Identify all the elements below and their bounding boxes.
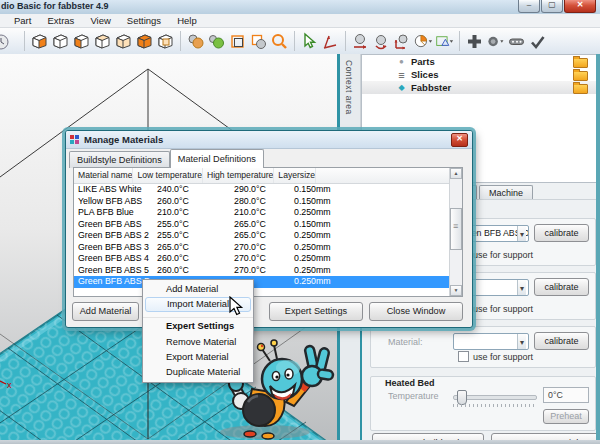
context-menu-item[interactable]: Expert Settings: [143, 317, 253, 335]
add-part-sphere-icon[interactable]: [207, 32, 226, 51]
material-dropdown[interactable]: [453, 333, 529, 350]
apply-icon[interactable]: [528, 32, 547, 51]
view-cube-2-icon[interactable]: [51, 32, 70, 51]
calibrate-button[interactable]: calibrate: [534, 224, 589, 242]
temperature-slider[interactable]: [453, 395, 537, 400]
window-title: dio Basic for fabbster 4.9: [1, 1, 109, 11]
cell-high-temperature: 265.0°C: [230, 230, 290, 242]
dialog-close-button[interactable]: ✕: [451, 133, 468, 147]
cell-high-temperature: 290.0°C: [230, 184, 290, 196]
calibrate-button[interactable]: calibrate: [534, 332, 589, 350]
view-cube-6-icon[interactable]: [135, 32, 154, 51]
cell-layersize: 0.150mm: [290, 219, 462, 231]
maximize-button[interactable]: ▢: [541, 0, 563, 13]
scroll-up-arrow[interactable]: ▲: [450, 168, 462, 179]
tree-row[interactable]: Parts: [362, 55, 596, 68]
table-row[interactable]: Yellow BFB ABS 260.0°C 280.0°C 0.150mm: [74, 196, 462, 208]
view-cube-7-icon[interactable]: [156, 32, 175, 51]
folder-icon[interactable]: [573, 58, 588, 68]
rotate-part-icon[interactable]: [372, 32, 391, 51]
dialog-titlebar[interactable]: Manage Materials ✕: [66, 131, 472, 149]
view-cube-3-icon[interactable]: [72, 32, 91, 51]
cell-layersize: 0.250mm: [290, 230, 462, 242]
parts-pair-icon[interactable]: [186, 32, 205, 51]
table-row[interactable]: Green BFB ABS 5 260.0°C 270.0°C 0.250mm: [74, 265, 462, 277]
measure-icon[interactable]: [507, 32, 526, 51]
cell-low-temperature: 210.0°C: [153, 207, 230, 219]
menu-item[interactable]: Help: [169, 15, 205, 26]
wireframe-cube-icon[interactable]: [228, 32, 247, 51]
materials-context-menu: Add MaterialImport MaterialExpert Settin…: [142, 279, 254, 383]
temperature-value-field[interactable]: 0°C: [543, 387, 589, 403]
dialog-tab[interactable]: Material Definitions: [170, 149, 264, 168]
cell-high-temperature: 210.0°C: [230, 207, 290, 219]
table-row[interactable]: Green BFB ABS 4 260.0°C 270.0°C 0.250mm: [74, 253, 462, 265]
disc-icon[interactable]: [486, 32, 505, 51]
menu-item[interactable]: View: [82, 15, 118, 26]
dialog-tab[interactable]: Buildstyle Definitions: [69, 151, 170, 168]
use-for-support-checkbox[interactable]: [458, 351, 469, 362]
use-for-support-label: use for support: [473, 250, 533, 260]
close-button[interactable]: ✕: [564, 0, 596, 13]
table-scrollbar[interactable]: ▲ ▼: [449, 168, 462, 296]
context-menu-item[interactable]: Duplicate Material: [143, 365, 253, 380]
mouse-cursor: [229, 296, 245, 318]
cut-sphere-icon[interactable]: [414, 32, 433, 51]
context-menu-item[interactable]: Add Material: [143, 282, 253, 297]
table-row[interactable]: LIKE ABS White 240.0°C 290.0°C 0.150mm: [74, 184, 462, 196]
view-cube-5-icon[interactable]: [114, 32, 133, 51]
menu-item[interactable]: Extras: [39, 15, 82, 26]
table-row[interactable]: Green BFB ABS 255.0°C 265.0°C 0.150mm: [74, 219, 462, 231]
tree-row[interactable]: Slices: [362, 68, 596, 81]
use-for-support-label: use for support: [473, 352, 533, 362]
folder-icon[interactable]: [573, 71, 588, 81]
expert-settings-button[interactable]: Expert Settings: [269, 302, 363, 321]
table-row[interactable]: Green BFB ABS 3 265.0°C 270.0°C 0.250mm: [74, 242, 462, 254]
view-cube-1-icon[interactable]: [30, 32, 49, 51]
dialog-tabs: Buildstyle DefinitionsMaterial Definitio…: [69, 149, 264, 168]
context-menu-item[interactable]: Remove Material: [143, 335, 253, 350]
cell-low-temperature: 240.0°C: [153, 184, 230, 196]
material-label: Material:: [388, 337, 423, 347]
titlebar: dio Basic for fabbster 4.9 – ▢ ✕: [0, 0, 600, 15]
cell-low-temperature: 260.0°C: [153, 196, 230, 208]
extruder-group: Material: calibrate use for support: [370, 326, 596, 368]
minimize-button[interactable]: –: [518, 0, 540, 13]
table-row[interactable]: Green BFB ABS 2 255.0°C 265.0°C 0.250mm: [74, 230, 462, 242]
menu-item[interactable]: Part: [6, 15, 39, 26]
app-logo-icon: [70, 135, 79, 144]
tree-item-label: Slices: [411, 69, 438, 80]
toolbar-separator: [294, 31, 295, 51]
column-header[interactable]: High temperature: [203, 168, 274, 183]
cell-material-name: Green BFB ABS 3: [74, 242, 153, 254]
column-header[interactable]: Layersize: [274, 168, 316, 183]
add-icon[interactable]: [465, 32, 484, 51]
history-icon[interactable]: [0, 32, 19, 51]
folder-icon[interactable]: [573, 84, 588, 94]
menu-item[interactable]: Settings: [119, 15, 169, 26]
column-header[interactable]: Material name: [74, 168, 133, 183]
panel-tab[interactable]: Machine: [479, 185, 533, 200]
slider-thumb[interactable]: [457, 390, 467, 405]
move-part-icon[interactable]: [351, 32, 370, 51]
select-cursor-icon[interactable]: [300, 32, 319, 51]
cube-sphere-icon[interactable]: [249, 32, 268, 51]
scale-part-icon[interactable]: [393, 32, 412, 51]
calibrate-button[interactable]: calibrate: [534, 278, 589, 296]
rotate-view-icon[interactable]: [321, 32, 340, 51]
close-window-button[interactable]: Close Window: [369, 302, 463, 321]
tree-row[interactable]: Fabbster: [362, 81, 596, 94]
add-material-button[interactable]: Add Material: [72, 302, 139, 321]
toolbar: [0, 28, 600, 55]
scrollbar-thumb[interactable]: [450, 208, 462, 250]
table-row[interactable]: Green BFB ABS Deta 0.250mm: [74, 276, 462, 288]
tree-item-icon: [396, 83, 407, 92]
scroll-down-arrow[interactable]: ▼: [450, 285, 462, 296]
preheat-button[interactable]: Preheat: [543, 409, 589, 424]
context-menu-item[interactable]: Export Material: [143, 350, 253, 365]
table-row[interactable]: PLA BFB Blue 210.0°C 210.0°C 0.250mm: [74, 207, 462, 219]
column-header[interactable]: Low temperature: [133, 168, 203, 183]
view-cube-4-icon[interactable]: [93, 32, 112, 51]
platform-icon[interactable]: [435, 32, 454, 51]
zoom-icon[interactable]: [270, 32, 289, 51]
